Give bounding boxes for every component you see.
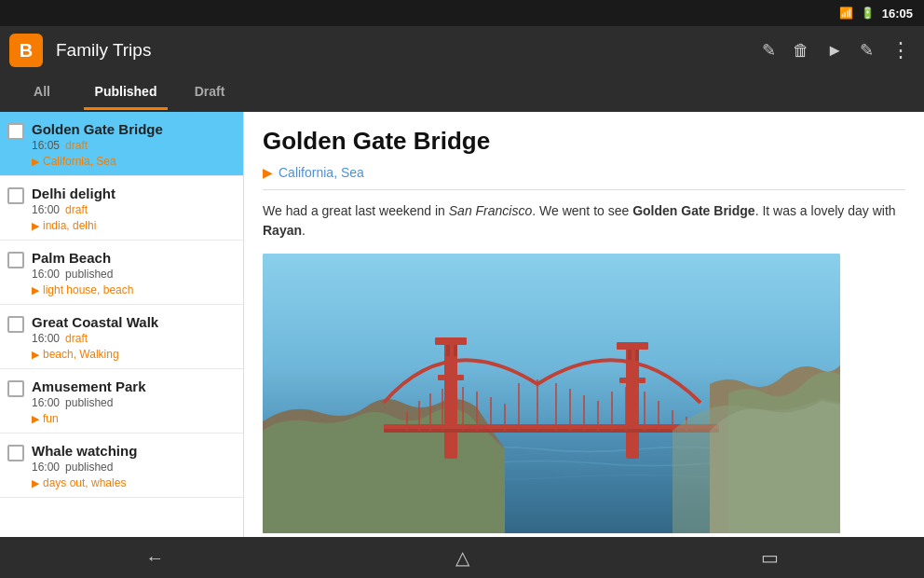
tab-bar: All Published Draft xyxy=(0,75,924,112)
list-item-content: Great Coastal Walk 16:00 draft ▶ beach, … xyxy=(32,314,234,361)
item-time: 16:00 xyxy=(32,203,60,216)
trash-icon[interactable]: 🗑 xyxy=(793,41,809,61)
app-logo: B xyxy=(9,34,43,67)
list-item-content: Palm Beach 16:00 published ▶ light house… xyxy=(32,250,234,296)
item-status: published xyxy=(65,268,113,281)
checkbox[interactable] xyxy=(7,445,24,461)
tab-draft[interactable]: Draft xyxy=(168,75,251,110)
list-item[interactable]: Whale watching 16:00 published ▶ days ou… xyxy=(0,434,243,498)
tag-text: days out, whales xyxy=(43,476,126,489)
home-button[interactable]: △ xyxy=(455,546,469,569)
item-title: Palm Beach xyxy=(32,250,234,266)
tab-all[interactable]: All xyxy=(0,75,84,110)
back-button[interactable]: ← xyxy=(145,547,164,569)
pencil-icon[interactable]: ✎ xyxy=(762,40,776,61)
top-bar: B Family Trips ✎ 🗑 ► ✎ ⋮ xyxy=(0,26,924,75)
item-tags: ▶ California, Sea xyxy=(32,155,234,168)
item-tags: ▶ beach, Walking xyxy=(32,348,234,361)
more-icon[interactable]: ⋮ xyxy=(890,38,911,62)
tag-text: india, delhi xyxy=(43,219,96,232)
post-list: Golden Gate Bridge 16:05 draft ▶ Califor… xyxy=(0,112,244,537)
checkbox[interactable] xyxy=(7,380,24,397)
item-title: Golden Gate Bridge xyxy=(32,121,234,137)
item-meta: 16:00 published xyxy=(32,461,234,474)
svg-rect-34 xyxy=(263,254,840,533)
toolbar-icons: ✎ 🗑 ► ✎ ⋮ xyxy=(762,38,911,62)
tag-values: California, Sea xyxy=(279,165,364,180)
tag-text: light house, beach xyxy=(43,283,133,296)
item-meta: 16:00 published xyxy=(32,396,234,409)
item-title: Whale watching xyxy=(32,443,234,459)
tag-icon: ▶ xyxy=(32,156,39,168)
item-tags: ▶ india, delhi xyxy=(32,219,234,232)
item-time: 16:05 xyxy=(32,139,60,152)
send-icon[interactable]: ► xyxy=(826,41,843,61)
list-item-content: Whale watching 16:00 published ▶ days ou… xyxy=(32,443,234,489)
tag-icon: ▶ xyxy=(32,477,39,489)
app-title: Family Trips xyxy=(56,40,762,61)
tag-icon: ▶ xyxy=(32,220,39,232)
list-item[interactable]: Amusement Park 16:00 published ▶ fun xyxy=(0,369,243,434)
list-item-content: Amusement Park 16:00 published ▶ fun xyxy=(32,378,234,425)
recent-button[interactable]: ▭ xyxy=(761,546,779,569)
item-tags: ▶ light house, beach xyxy=(32,283,234,296)
item-time: 16:00 xyxy=(32,461,60,474)
list-item-content: Golden Gate Bridge 16:05 draft ▶ Califor… xyxy=(32,121,234,168)
item-meta: 16:05 draft xyxy=(32,139,234,152)
tag-icon: ▶ xyxy=(32,284,39,296)
tag-text: beach, Walking xyxy=(43,348,119,361)
checkbox[interactable] xyxy=(7,252,24,268)
item-meta: 16:00 published xyxy=(32,268,234,281)
status-bar: 📶 🔋 16:05 xyxy=(0,0,924,26)
item-time: 16:00 xyxy=(32,396,60,409)
item-status: published xyxy=(65,461,113,474)
item-status: published xyxy=(65,396,113,409)
item-title: Amusement Park xyxy=(32,378,234,394)
list-item-content: Delhi delight 16:00 draft ▶ india, delhi xyxy=(32,186,234,232)
item-time: 16:00 xyxy=(32,332,60,345)
checkbox[interactable] xyxy=(7,316,24,333)
main-content: Golden Gate Bridge 16:05 draft ▶ Califor… xyxy=(0,112,924,537)
tag-icon: ▶ xyxy=(32,413,39,425)
bottom-nav: ← △ ▭ xyxy=(0,537,924,578)
item-tags: ▶ days out, whales xyxy=(32,476,234,489)
list-item[interactable]: Palm Beach 16:00 published ▶ light house… xyxy=(0,241,243,305)
logo-letter: B xyxy=(20,40,33,62)
item-title: Great Coastal Walk xyxy=(32,314,234,330)
item-tags: ▶ fun xyxy=(32,412,234,425)
checkbox[interactable] xyxy=(7,187,24,204)
post-detail-tags: ▶ California, Sea xyxy=(263,165,905,190)
checkbox[interactable] xyxy=(7,123,24,140)
wifi-icon: 📶 xyxy=(839,7,853,20)
list-item[interactable]: Great Coastal Walk 16:00 draft ▶ beach, … xyxy=(0,305,243,369)
tag-text: fun xyxy=(43,412,59,425)
list-item[interactable]: Delhi delight 16:00 draft ▶ india, delhi xyxy=(0,176,243,241)
item-time: 16:00 xyxy=(32,268,60,281)
item-status: draft xyxy=(65,203,88,216)
item-title: Delhi delight xyxy=(32,186,234,201)
item-meta: 16:00 draft xyxy=(32,203,234,216)
battery-icon: 🔋 xyxy=(861,7,875,20)
list-item[interactable]: Golden Gate Bridge 16:05 draft ▶ Califor… xyxy=(0,112,243,176)
item-meta: 16:00 draft xyxy=(32,332,234,345)
post-detail-body: We had a great last weekend in San Franc… xyxy=(263,201,905,241)
time-display: 16:05 xyxy=(882,7,913,21)
tag-icon: ▶ xyxy=(263,165,273,180)
post-image xyxy=(263,254,840,533)
tab-published[interactable]: Published xyxy=(84,75,168,110)
edit-icon[interactable]: ✎ xyxy=(860,40,874,61)
post-detail-title: Golden Gate Bridge xyxy=(263,127,905,156)
tag-icon: ▶ xyxy=(32,349,39,361)
item-status: draft xyxy=(65,139,88,152)
item-status: draft xyxy=(65,332,88,345)
detail-pane: Golden Gate Bridge ▶ California, Sea We … xyxy=(244,112,924,537)
tag-text: California, Sea xyxy=(43,155,116,168)
